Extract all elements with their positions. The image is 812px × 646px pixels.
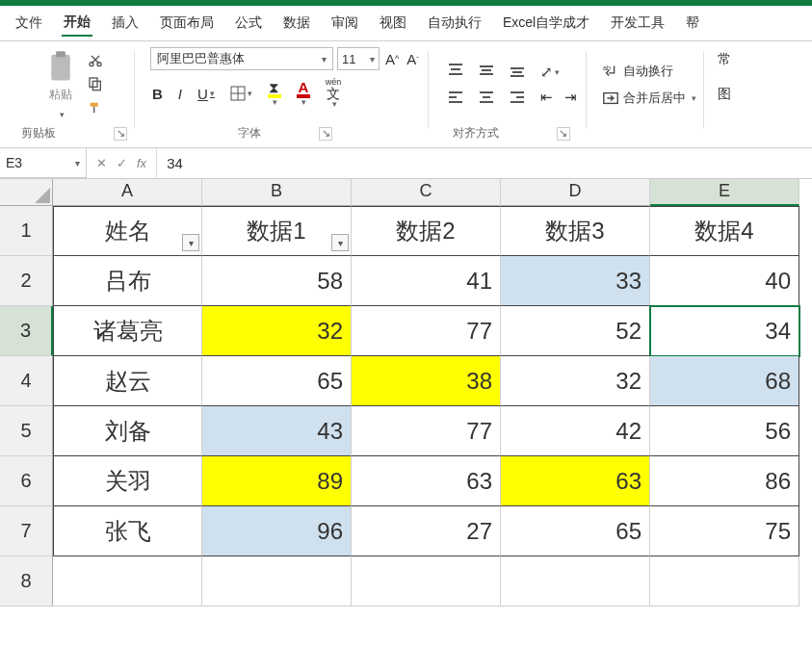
cell-name[interactable]: 张飞 xyxy=(53,506,202,556)
cell-data[interactable]: 89 xyxy=(202,456,352,506)
align-right-icon[interactable] xyxy=(506,87,529,108)
fill-color-button[interactable]: ⧗ xyxy=(266,80,283,107)
cell-data[interactable]: 32 xyxy=(501,356,650,406)
cell-name[interactable]: 吕布 xyxy=(53,256,202,306)
name-box[interactable]: E3▾ xyxy=(0,148,87,178)
row-header-3[interactable]: 3 xyxy=(0,306,53,356)
formula-cancel-icon[interactable]: ✕ xyxy=(96,156,107,170)
menu-item-2[interactable]: 插入 xyxy=(110,11,141,36)
col-header-B[interactable]: B xyxy=(202,179,352,206)
fx-icon[interactable]: fx xyxy=(137,156,146,170)
spreadsheet-grid[interactable]: ABCDE1姓名▾数据1▾数据2数据3数据42吕布584133403诸葛亮327… xyxy=(0,179,812,607)
menu-item-10[interactable]: 开发工具 xyxy=(609,11,667,36)
cell-data[interactable]: 56 xyxy=(650,406,799,456)
cut-icon[interactable] xyxy=(87,52,104,70)
cell-data[interactable]: 43 xyxy=(202,406,352,456)
menu-item-overflow[interactable]: 帮 xyxy=(684,11,701,36)
row-header-6[interactable]: 6 xyxy=(0,456,53,506)
header-cell[interactable]: 姓名▾ xyxy=(53,206,202,256)
row-header-8[interactable]: 8 xyxy=(0,556,53,607)
row-header-7[interactable]: 7 xyxy=(0,506,53,556)
cell-data[interactable]: 77 xyxy=(352,306,501,356)
menu-item-4[interactable]: 公式 xyxy=(233,11,264,36)
format-partial[interactable]: 图 xyxy=(718,86,731,103)
cell-data[interactable]: 38 xyxy=(352,356,501,406)
align-center-icon[interactable] xyxy=(475,87,498,108)
align-bottom-icon[interactable] xyxy=(506,60,529,81)
cell-empty[interactable] xyxy=(501,556,650,607)
menu-item-0[interactable]: 文件 xyxy=(13,11,44,36)
row-header-4[interactable]: 4 xyxy=(0,356,53,406)
cell-data[interactable]: 52 xyxy=(501,306,650,356)
cell-empty[interactable] xyxy=(53,556,202,607)
cell-data[interactable]: 63 xyxy=(501,456,650,506)
cell-name[interactable]: 关羽 xyxy=(53,456,202,506)
cell-data[interactable]: 65 xyxy=(501,506,650,556)
menu-item-7[interactable]: 视图 xyxy=(378,11,408,36)
col-header-C[interactable]: C xyxy=(352,179,501,206)
header-cell[interactable]: 数据1▾ xyxy=(202,206,352,256)
merge-center-button[interactable]: 合并后居中 xyxy=(602,90,696,107)
border-button[interactable] xyxy=(228,86,254,101)
row-header-1[interactable]: 1 xyxy=(0,206,53,256)
phonetic-button[interactable]: wén文 xyxy=(324,78,344,109)
cell-data[interactable]: 27 xyxy=(352,506,501,556)
menu-item-8[interactable]: 自动执行 xyxy=(426,11,484,36)
decrease-font-icon[interactable]: Aˇ xyxy=(405,51,421,67)
cell-data[interactable]: 41 xyxy=(352,256,501,306)
orientation-button[interactable]: ⤢ xyxy=(538,64,579,81)
cell-empty[interactable] xyxy=(352,556,501,607)
format-painter-icon[interactable] xyxy=(87,100,104,118)
cell-data[interactable]: 75 xyxy=(650,506,799,556)
copy-icon[interactable] xyxy=(87,76,104,94)
cell-data[interactable]: 63 xyxy=(352,456,501,506)
increase-indent-icon[interactable]: ⇥ xyxy=(563,89,579,106)
col-header-D[interactable]: D xyxy=(501,179,650,206)
bold-button[interactable]: B xyxy=(150,86,165,102)
cell-empty[interactable] xyxy=(202,556,352,607)
select-all-corner[interactable] xyxy=(0,179,53,206)
cell-data[interactable]: 68 xyxy=(650,356,799,406)
formula-confirm-icon[interactable]: ✓ xyxy=(117,156,127,170)
italic-button[interactable]: I xyxy=(176,86,184,102)
header-cell[interactable]: 数据4 xyxy=(650,206,799,256)
font-name-select[interactable]: 阿里巴巴普惠体▾ xyxy=(150,47,333,70)
cell-data[interactable]: 86 xyxy=(650,456,799,506)
cell-name[interactable]: 诸葛亮 xyxy=(53,306,202,356)
header-cell[interactable]: 数据2 xyxy=(352,206,501,256)
paste-button[interactable]: 粘贴 xyxy=(44,48,77,122)
wrap-text-button[interactable]: ab 自动换行 xyxy=(602,63,696,80)
menu-item-3[interactable]: 页面布局 xyxy=(158,11,216,36)
increase-font-icon[interactable]: A^ xyxy=(383,51,401,67)
header-cell[interactable]: 数据3 xyxy=(501,206,650,256)
align-left-icon[interactable] xyxy=(444,87,467,108)
font-size-select[interactable]: 11▾ xyxy=(337,47,380,70)
formula-input[interactable]: 34 xyxy=(157,148,812,178)
row-header-2[interactable]: 2 xyxy=(0,256,53,306)
row-header-5[interactable]: 5 xyxy=(0,406,53,456)
filter-icon[interactable]: ▾ xyxy=(182,234,199,251)
menu-item-5[interactable]: 数据 xyxy=(281,11,312,36)
menu-item-1[interactable]: 开始 xyxy=(62,10,92,37)
col-header-A[interactable]: A xyxy=(53,179,202,206)
clipboard-launcher-icon[interactable]: ↘ xyxy=(114,127,127,141)
filter-icon[interactable]: ▾ xyxy=(331,234,349,251)
align-middle-icon[interactable] xyxy=(475,60,498,81)
cell-data[interactable]: 33 xyxy=(501,256,650,306)
decrease-indent-icon[interactable]: ⇤ xyxy=(538,89,555,106)
align-top-icon[interactable] xyxy=(444,60,467,81)
font-color-button[interactable]: A xyxy=(295,80,312,107)
cell-data[interactable]: 32 xyxy=(202,306,352,356)
cell-name[interactable]: 赵云 xyxy=(53,356,202,406)
cell-data[interactable]: 77 xyxy=(352,406,501,456)
menu-item-6[interactable]: 审阅 xyxy=(329,11,360,36)
cell-data[interactable]: 58 xyxy=(202,256,352,306)
cell-data[interactable]: 65 xyxy=(202,356,352,406)
font-launcher-icon[interactable]: ↘ xyxy=(319,127,332,141)
cell-data[interactable]: 40 xyxy=(650,256,799,306)
col-header-E[interactable]: E xyxy=(650,179,799,206)
cell-data[interactable]: 96 xyxy=(202,506,352,556)
cell-empty[interactable] xyxy=(650,556,799,607)
cell-data[interactable]: 34 xyxy=(650,306,799,356)
underline-button[interactable]: U xyxy=(196,86,217,102)
